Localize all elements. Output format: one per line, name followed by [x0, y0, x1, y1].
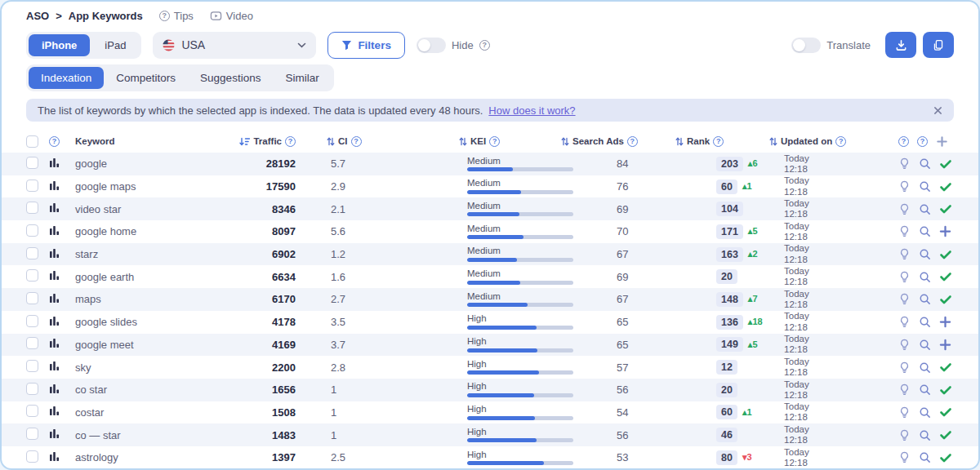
device-tab-ipad[interactable]: iPad	[91, 34, 139, 56]
search-keyword-button[interactable]	[919, 361, 931, 374]
keyword-added-icon[interactable]	[939, 451, 952, 464]
question-circle-icon[interactable]: ?	[351, 136, 362, 147]
keyword-label[interactable]: google meet	[75, 339, 134, 351]
search-keyword-button[interactable]	[919, 180, 931, 193]
keyword-label[interactable]: google maps	[75, 180, 136, 193]
add-column-icon[interactable]	[936, 135, 948, 148]
select-all-checkbox[interactable]	[26, 135, 38, 148]
keyword-label[interactable]: google earth	[75, 271, 134, 283]
keyword-stats-icon[interactable]	[49, 406, 60, 416]
keyword-insight-button[interactable]	[898, 316, 911, 328]
keyword-label[interactable]: co — star	[75, 429, 121, 441]
tips-link[interactable]: ? Tips	[159, 10, 194, 22]
search-keyword-button[interactable]	[919, 406, 931, 419]
keyword-insight-button[interactable]	[898, 180, 911, 193]
search-keyword-button[interactable]	[919, 248, 931, 260]
banner-close-button[interactable]	[933, 106, 942, 115]
keyword-added-icon[interactable]	[939, 406, 952, 419]
keyword-added-icon[interactable]	[939, 384, 952, 397]
keyword-added-icon[interactable]	[939, 202, 952, 215]
search-keyword-button[interactable]	[919, 429, 931, 441]
question-circle-icon[interactable]: ?	[627, 136, 638, 147]
keyword-label[interactable]: sky	[75, 361, 91, 374]
search-keyword-button[interactable]	[919, 384, 931, 396]
search-keyword-button[interactable]	[919, 271, 931, 283]
download-button[interactable]	[885, 32, 916, 58]
search-keyword-button[interactable]	[919, 451, 931, 463]
search-keyword-button[interactable]	[919, 293, 931, 305]
question-circle-icon[interactable]: ?	[917, 136, 928, 147]
keyword-added-icon[interactable]	[939, 157, 952, 171]
tab-competitors[interactable]: Competitors	[104, 67, 188, 89]
keyword-stats-icon[interactable]	[49, 180, 60, 191]
search-keyword-button[interactable]	[919, 157, 931, 170]
row-checkbox[interactable]	[26, 180, 38, 192]
tab-suggestions[interactable]: Suggestions	[188, 67, 273, 89]
translate-toggle[interactable]	[791, 38, 821, 53]
keyword-label[interactable]: starz	[75, 248, 98, 260]
keyword-label[interactable]: costar	[75, 406, 104, 419]
add-keyword-button[interactable]	[939, 225, 951, 237]
column-header-ci[interactable]: CI ?	[296, 136, 443, 147]
search-keyword-button[interactable]	[919, 225, 931, 237]
copy-button[interactable]	[923, 32, 954, 58]
keyword-added-icon[interactable]	[939, 428, 952, 441]
question-circle-icon[interactable]: ?	[713, 136, 724, 147]
question-circle-icon[interactable]: ?	[898, 136, 909, 147]
keyword-insight-button[interactable]	[898, 339, 911, 351]
column-header-kei[interactable]: KEI ?	[443, 136, 557, 147]
search-keyword-button[interactable]	[919, 339, 931, 351]
keyword-label[interactable]: astrology	[75, 451, 118, 463]
row-checkbox[interactable]	[26, 292, 38, 304]
keyword-stats-icon[interactable]	[49, 225, 60, 236]
keyword-stats-icon[interactable]	[49, 202, 60, 213]
keyword-insight-button[interactable]	[898, 451, 911, 463]
tab-similar[interactable]: Similar	[273, 67, 331, 89]
keyword-stats-icon[interactable]	[49, 361, 60, 371]
hide-toggle[interactable]	[416, 38, 446, 53]
keyword-stats-icon[interactable]	[49, 293, 60, 304]
column-header-search-ads[interactable]: Search Ads ?	[557, 136, 655, 147]
keyword-stats-icon[interactable]	[49, 428, 60, 439]
keyword-insight-button[interactable]	[898, 203, 911, 215]
keyword-added-icon[interactable]	[939, 180, 952, 193]
device-tab-iphone[interactable]: iPhone	[29, 34, 90, 56]
filters-button[interactable]: Filters	[327, 32, 405, 59]
question-circle-icon[interactable]: ?	[285, 136, 296, 147]
question-circle-icon[interactable]: ?	[49, 136, 60, 147]
keyword-stats-icon[interactable]	[49, 270, 60, 281]
row-checkbox[interactable]	[26, 315, 38, 327]
question-circle-icon[interactable]: ?	[479, 40, 490, 51]
column-header-updated-on[interactable]: Updated on ?	[769, 136, 892, 147]
row-checkbox[interactable]	[26, 157, 38, 169]
row-checkbox[interactable]	[26, 360, 38, 372]
keyword-insight-button[interactable]	[898, 293, 911, 305]
keyword-insight-button[interactable]	[898, 248, 911, 260]
keyword-label[interactable]: google home	[75, 225, 136, 237]
keyword-stats-icon[interactable]	[49, 384, 60, 394]
keyword-stats-icon[interactable]	[49, 157, 60, 168]
keyword-added-icon[interactable]	[939, 248, 952, 261]
keyword-insight-button[interactable]	[898, 271, 911, 283]
keyword-label[interactable]: co star	[75, 384, 107, 396]
keyword-insight-button[interactable]	[898, 225, 911, 237]
search-keyword-button[interactable]	[919, 203, 931, 215]
keyword-insight-button[interactable]	[898, 429, 911, 441]
keyword-insight-button[interactable]	[898, 361, 911, 374]
row-checkbox[interactable]	[26, 224, 38, 237]
question-circle-icon[interactable]: ?	[835, 136, 846, 147]
search-keyword-button[interactable]	[919, 316, 931, 328]
keyword-label[interactable]: video star	[75, 203, 121, 215]
keyword-added-icon[interactable]	[939, 270, 952, 283]
question-circle-icon[interactable]: ?	[489, 136, 500, 147]
row-checkbox[interactable]	[26, 269, 38, 282]
keyword-added-icon[interactable]	[939, 293, 952, 306]
column-header-rank[interactable]: Rank ?	[655, 136, 769, 147]
row-checkbox[interactable]	[26, 247, 38, 259]
keyword-stats-icon[interactable]	[49, 316, 60, 326]
country-select[interactable]: USA	[153, 32, 316, 59]
row-checkbox[interactable]	[26, 405, 38, 417]
keyword-insight-button[interactable]	[898, 384, 911, 396]
keyword-label[interactable]: google	[75, 157, 107, 170]
keyword-insight-button[interactable]	[898, 406, 911, 419]
